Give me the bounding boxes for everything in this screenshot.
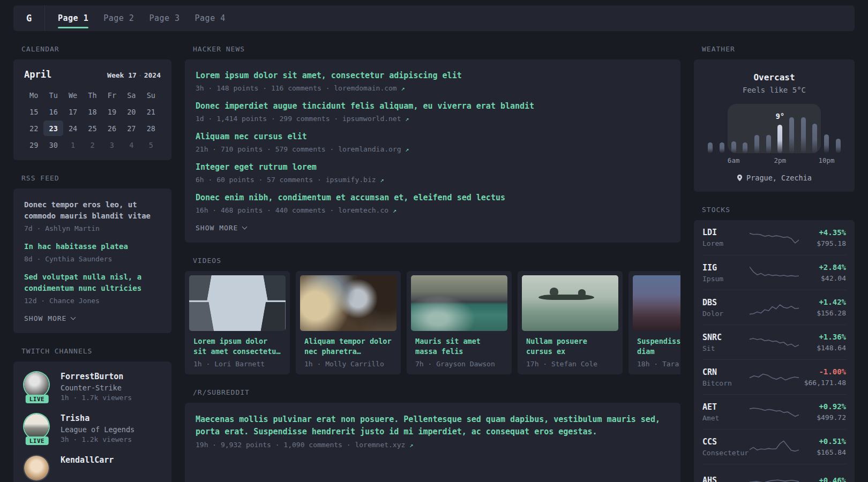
hn-show-more-button[interactable]: SHOW MORE (196, 224, 670, 232)
tab-page-3[interactable]: Page 3 (149, 5, 179, 31)
reddit-post-title[interactable]: Maecenas mollis pulvinar erat non posuer… (196, 413, 670, 438)
stock-change: +4.35% (799, 228, 846, 237)
hn-item-title[interactable]: Lorem ipsum dolor sit amet, consectetur … (196, 70, 670, 81)
twitch-channel[interactable]: LIVE ForrestBurton Counter-Strike 1h · 1… (23, 371, 162, 402)
reddit-post-domain[interactable]: loremnet.xyz (355, 441, 405, 449)
meta-separator: · (330, 145, 334, 153)
stock-values: +0.51%$165.84 (799, 437, 846, 456)
weather-condition: Overcast (702, 72, 846, 82)
hn-item-domain[interactable]: ipsumify.biz (326, 176, 376, 184)
hn-meta-text: 1d · 1,414 points · 299 comments (196, 115, 330, 123)
channel-meta: 1h · 1.7k viewers (61, 394, 132, 402)
stock-row[interactable]: AHS +0.46% (702, 464, 846, 482)
twitch-channel[interactable]: KendallCarr (23, 455, 162, 482)
stock-name: Lorem (702, 239, 750, 247)
live-badge: LIVE (26, 395, 49, 403)
sparkline (750, 263, 799, 282)
calendar-day: 15 (24, 104, 43, 119)
temp-bar-slot (809, 104, 821, 153)
videos-label: VIDEOS (193, 257, 680, 265)
hackernews-label: HACKER NEWS (193, 45, 680, 53)
stock-price: $499.72 (799, 413, 846, 421)
video-meta: 7h · Grayson Dawson (415, 360, 503, 368)
calendar-header: April Week 17·2024 (24, 69, 161, 80)
app-logo[interactable]: G (13, 5, 44, 31)
temp-bar (789, 117, 794, 153)
stock-id: CCSConsectetur (702, 437, 750, 457)
hn-item-meta: 16h · 468 points · 440 comments · loremt… (196, 206, 670, 214)
stock-row[interactable]: CRNBitcorn -1.00%$66,171.48 (702, 359, 846, 394)
stock-row[interactable]: LDILorem +4.35%$795.18 (702, 220, 846, 255)
reddit-post: Maecenas mollis pulvinar erat non posuer… (196, 413, 670, 449)
video-meta: 1h · Molly Carrillo (304, 360, 392, 368)
stock-id: LDILorem (702, 228, 750, 247)
stock-row[interactable]: DBSDolor +1.42%$156.28 (702, 290, 846, 325)
hn-item-title[interactable]: Donec enim nibh, condimentum et accumsan… (196, 192, 670, 204)
calendar-week-year: Week 17·2024 (107, 71, 161, 79)
video-title: Aliquam tempor dolor nec pharetra… (304, 336, 392, 357)
calendar-year: 2024 (144, 71, 161, 79)
show-more-label: SHOW MORE (196, 224, 238, 232)
calendar-day: 19 (102, 104, 122, 119)
stocks-card: LDILorem +4.35%$795.18 IIGIpsum +2.84%$4… (694, 220, 855, 482)
meta-separator: · (347, 441, 351, 449)
stock-symbol: AET (702, 402, 750, 412)
stock-name: Consectetur (702, 449, 750, 457)
stock-values: -1.00%$66,171.48 (799, 367, 846, 387)
hn-item-title[interactable]: Integer eget rutrum lorem (196, 162, 670, 173)
day-header: Mo (24, 87, 43, 103)
hn-item-title[interactable]: Donec imperdiet augue tincidunt felis al… (196, 101, 670, 112)
video-card[interactable]: Nullam posuere cursus ex 17h · Stefan Co… (518, 271, 623, 374)
stock-id: CRNBitcorn (702, 367, 750, 387)
channel-info: Trisha League of Legends 3h · 1.2k viewe… (61, 413, 134, 444)
twitch-channel[interactable]: LIVE Trisha League of Legends 3h · 1.2k … (23, 413, 162, 444)
hn-item-domain[interactable]: loremdomain.com (334, 84, 396, 92)
video-card[interactable]: Lorem ipsum dolor sit amet consectetu… 1… (185, 271, 290, 374)
external-link-icon: ↗ (405, 115, 409, 123)
temp-bar (720, 142, 724, 153)
stock-name: Ipsum (702, 275, 750, 283)
temp-bar (708, 142, 713, 153)
stock-row[interactable]: SNRCSit +1.36%$148.64 (702, 325, 846, 359)
stock-values: +1.42%$156.28 (799, 298, 846, 317)
day-header: Su (141, 87, 161, 103)
video-thumbnail (522, 275, 618, 331)
tab-page-4[interactable]: Page 4 (195, 5, 226, 31)
stock-row[interactable]: IIGIpsum +2.84%$42.04 (702, 255, 846, 290)
hn-item-domain[interactable]: loremlandia.org (338, 145, 401, 153)
calendar-day: 18 (83, 104, 102, 119)
calendar-day: 28 (141, 120, 161, 136)
hn-item-domain[interactable]: loremtech.co (338, 206, 388, 214)
rss-item-title[interactable]: In hac habitasse platea (24, 241, 161, 252)
video-title: Nullam posuere cursus ex (526, 336, 614, 357)
video-card[interactable]: Suspendisse diam 18h · Tara (628, 271, 680, 374)
calendar-day: 29 (24, 137, 43, 153)
tab-page-1[interactable]: Page 1 (58, 5, 88, 31)
channel-name: Trisha (61, 413, 134, 424)
meta-separator: · (326, 84, 330, 92)
calendar-week: Week 17 (107, 71, 137, 79)
rss-item-title[interactable]: Sed volutpat nulla nisl, a condimentum n… (24, 272, 161, 294)
video-card[interactable]: Mauris sit amet massa felis 7h · Grayson… (407, 271, 512, 374)
stock-change: +2.84% (799, 263, 846, 272)
stock-id: AETAmet (702, 402, 750, 422)
tab-page-2[interactable]: Page 2 (103, 5, 134, 31)
hn-item-meta: 1d · 1,414 points · 299 comments · ipsum… (196, 115, 670, 123)
temp-bar (812, 124, 817, 153)
reddit-post-meta: 19h · 9,932 points · 1,090 comments · lo… (196, 441, 670, 449)
hn-item: Integer eget rutrum lorem 6h · 60 points… (196, 162, 670, 184)
video-card[interactable]: Aliquam tempor dolor nec pharetra… 1h · … (296, 271, 401, 374)
meta-separator: · (317, 176, 321, 184)
rss-item-meta: 8d · Cynthia Saunders (24, 255, 161, 263)
location-pin-icon (737, 174, 743, 182)
stock-row[interactable]: AETAmet +0.92%$499.72 (702, 394, 846, 429)
stock-row[interactable]: CCSConsectetur +0.51%$165.84 (702, 429, 846, 464)
hn-item-title[interactable]: Aliquam nec cursus elit (196, 131, 670, 142)
rss-item-title[interactable]: Donec tempor eros leo, ut commodo mauris… (24, 199, 161, 222)
rss-show-more-button[interactable]: SHOW MORE (24, 314, 161, 322)
hn-item-domain[interactable]: ipsumworld.net (342, 115, 401, 123)
calendar-day: 17 (63, 104, 83, 119)
sparkline (750, 402, 799, 421)
live-badge: LIVE (26, 436, 49, 445)
temp-bar-slot (762, 104, 774, 153)
